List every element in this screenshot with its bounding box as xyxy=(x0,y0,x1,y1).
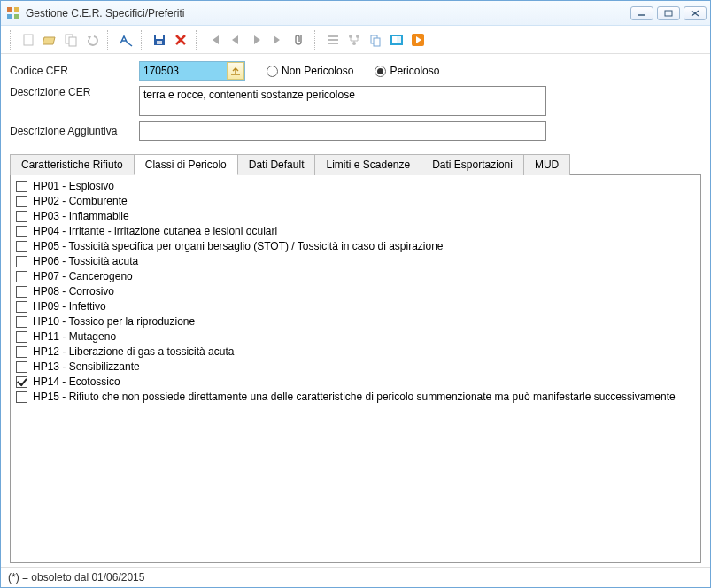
last-record-button[interactable] xyxy=(268,30,288,50)
delete-button[interactable] xyxy=(171,30,190,50)
new-button[interactable] xyxy=(19,30,38,50)
find-button[interactable] xyxy=(116,30,135,50)
toolbar-sep-icon xyxy=(107,30,111,50)
hazard-label: HP14 - Ecotossico xyxy=(33,375,120,390)
hazard-label: HP15 - Rifiuto che non possiede direttam… xyxy=(33,390,676,405)
minimize-button[interactable] xyxy=(630,6,653,20)
tab-bar: Caratteristiche RifiutoClassi di Pericol… xyxy=(10,153,701,174)
copy-button[interactable] xyxy=(61,30,81,50)
svg-rect-18 xyxy=(328,39,338,41)
descrizione-input[interactable] xyxy=(139,86,546,116)
svg-rect-5 xyxy=(665,11,672,16)
hazard-label: HP08 - Corrosivo xyxy=(33,284,114,299)
checkbox-icon xyxy=(16,361,27,373)
toolbar-sep-icon xyxy=(141,30,144,50)
checkbox-icon xyxy=(16,301,27,313)
hazard-item[interactable]: HP07 - Cancerogeno xyxy=(16,269,695,284)
hazard-item[interactable]: HP06 - Tossicità acuta xyxy=(16,254,695,269)
undo-button[interactable] xyxy=(82,30,102,50)
titlebar: Gestione C.E.R. Specifici/Preferiti xyxy=(1,1,710,26)
hazard-item[interactable]: HP15 - Rifiuto che non possiede direttam… xyxy=(16,390,695,405)
svg-rect-14 xyxy=(157,41,162,44)
tree-button[interactable] xyxy=(344,30,364,50)
checkbox-icon xyxy=(16,376,27,388)
hazard-label: HP07 - Cancerogeno xyxy=(33,269,133,284)
list-button[interactable] xyxy=(323,30,343,50)
checkbox-icon xyxy=(16,271,27,282)
hazard-item[interactable]: HP04 - Irritante - irritazione cutanea e… xyxy=(16,224,695,239)
folder-up-icon xyxy=(230,66,241,76)
next-record-button[interactable] xyxy=(247,30,267,50)
codice-label: Codice CER xyxy=(10,65,134,77)
svg-rect-13 xyxy=(156,35,163,39)
tab-caratteristiche-rifiuto[interactable]: Caratteristiche Rifiuto xyxy=(10,154,135,175)
first-record-button[interactable] xyxy=(205,30,224,50)
radio-icon xyxy=(375,66,386,77)
codice-lookup-button[interactable] xyxy=(227,62,244,80)
toolbar-sep-icon xyxy=(314,30,318,50)
hazard-label: HP13 - Sensibilizzante xyxy=(33,360,140,375)
hazard-label: HP02 - Comburente xyxy=(33,194,128,209)
hazard-item[interactable]: HP12 - Liberazione di gas a tossicità ac… xyxy=(16,344,695,360)
hazard-label: HP03 - Infiammabile xyxy=(33,209,129,224)
window-title: Gestione C.E.R. Specifici/Preferiti xyxy=(26,7,625,19)
hazard-item[interactable]: HP10 - Tossico per la riproduzione xyxy=(16,314,695,329)
checkbox-icon xyxy=(16,316,27,328)
open-button[interactable] xyxy=(40,30,59,50)
descrizione-label: Descrizione CER xyxy=(10,86,134,98)
descrizione2-input[interactable] xyxy=(139,121,546,141)
checkbox-icon xyxy=(16,286,27,298)
tab-limiti-e-scadenze[interactable]: Limiti e Scadenze xyxy=(314,154,421,175)
svg-rect-0 xyxy=(7,7,12,12)
hazard-item[interactable]: HP08 - Corrosivo xyxy=(16,284,695,299)
play-button[interactable] xyxy=(408,30,428,50)
radio-pericoloso[interactable]: Pericoloso xyxy=(375,65,439,77)
row-codice: Codice CER Non Pericoloso Pericoloso xyxy=(10,61,701,81)
hazard-item[interactable]: HP13 - Sensibilizzante xyxy=(16,360,695,375)
checkbox-icon xyxy=(16,211,27,222)
footer-note: (*) = obsoleto dal 01/06/2015 xyxy=(1,567,710,587)
checkbox-icon xyxy=(16,256,27,267)
svg-rect-24 xyxy=(374,38,380,46)
svg-rect-2 xyxy=(7,14,12,19)
tab-classi-di-pericolo[interactable]: Classi di Pericolo xyxy=(134,154,238,175)
hazard-item[interactable]: HP02 - Comburente xyxy=(16,194,695,209)
save-button[interactable] xyxy=(150,30,169,50)
tab-mud[interactable]: MUD xyxy=(523,154,570,175)
hazard-label: HP11 - Mutageno xyxy=(33,329,116,344)
hazard-label: HP10 - Tossico per la riproduzione xyxy=(33,314,195,329)
svg-point-20 xyxy=(349,35,352,38)
duplicate-button[interactable] xyxy=(366,30,385,50)
toolbar-grip-icon xyxy=(10,30,13,50)
hazard-item[interactable]: HP01 - Esplosivo xyxy=(16,179,695,194)
tab-dati-default[interactable]: Dati Default xyxy=(237,154,316,175)
radio-label: Pericoloso xyxy=(390,65,439,77)
hazard-item[interactable]: HP05 - Tossicità specifica per organi be… xyxy=(16,239,695,254)
attach-button[interactable] xyxy=(290,30,309,50)
svg-point-22 xyxy=(352,42,356,45)
svg-rect-1 xyxy=(14,7,19,12)
svg-rect-19 xyxy=(328,43,338,44)
maximize-button[interactable] xyxy=(657,6,680,20)
svg-rect-3 xyxy=(14,14,19,19)
pericoloso-radio-group: Non Pericoloso Pericoloso xyxy=(267,65,439,77)
help-button[interactable] xyxy=(387,30,406,50)
svg-line-11 xyxy=(128,43,132,46)
hazard-item[interactable]: HP03 - Infiammabile xyxy=(16,209,695,224)
checkbox-icon xyxy=(16,331,27,343)
hazard-item[interactable]: HP14 - Ecotossico xyxy=(16,375,695,390)
radio-non-pericoloso[interactable]: Non Pericoloso xyxy=(267,65,353,77)
prev-record-button[interactable] xyxy=(226,30,245,50)
hazard-label: HP12 - Liberazione di gas a tossicità ac… xyxy=(33,344,234,360)
hazard-item[interactable]: HP11 - Mutageno xyxy=(16,329,695,344)
svg-rect-26 xyxy=(392,36,397,43)
row-descrizione: Descrizione CER xyxy=(10,86,701,116)
checkbox-icon xyxy=(16,346,27,358)
svg-rect-10 xyxy=(69,37,76,46)
svg-rect-17 xyxy=(328,35,338,37)
close-button[interactable] xyxy=(684,6,707,20)
toolbar xyxy=(1,26,710,54)
checkbox-icon xyxy=(16,181,27,192)
tab-dati-esportazioni[interactable]: Dati Esportazioni xyxy=(421,154,524,175)
hazard-item[interactable]: HP09 - Infettivo xyxy=(16,299,695,314)
